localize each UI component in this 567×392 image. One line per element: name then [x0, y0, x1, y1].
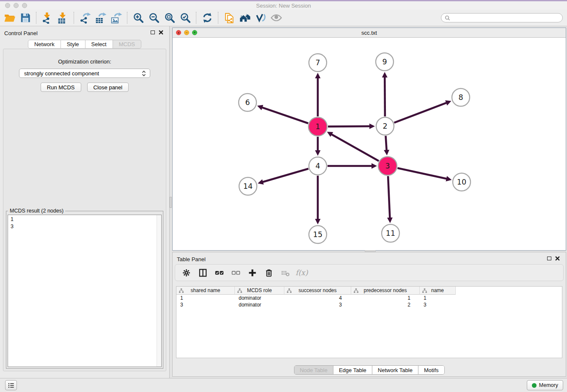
graph-edge-3-11[interactable]	[388, 176, 390, 218]
network-maximize-icon[interactable]: +	[192, 30, 197, 35]
select-all-checkboxes-icon[interactable]	[214, 268, 224, 278]
column-header-shared-name[interactable]: shared name	[176, 287, 235, 295]
graph-edge-2-3[interactable]	[385, 136, 386, 151]
tab-node-table[interactable]: Node Table	[294, 366, 333, 374]
cell-predecessor-nodes: 2	[351, 301, 420, 308]
deselect-checkboxes-icon[interactable]	[231, 268, 241, 278]
memory-button-label: Memory	[539, 382, 558, 388]
graph-edge-2-8[interactable]	[394, 102, 447, 122]
node-table-header: shared nameMCDS rolesuccessor nodesprede…	[176, 287, 562, 295]
tab-select[interactable]: Select	[85, 40, 113, 49]
split-columns-icon[interactable]	[198, 268, 208, 278]
export-table-icon[interactable]	[93, 11, 108, 25]
cell-successor-nodes: 4	[284, 295, 351, 301]
export-network-icon[interactable]	[77, 11, 93, 25]
network-graph[interactable]: 7968124314101511	[173, 38, 566, 250]
run-mcds-button[interactable]: Run MCDS	[41, 83, 81, 92]
column-header-name[interactable]: name	[420, 287, 456, 295]
memory-button[interactable]: Memory	[527, 380, 563, 390]
optimization-criterion-label: Optimization criterion:	[3, 58, 166, 65]
tab-network-table[interactable]: Network Table	[372, 366, 418, 374]
search-box[interactable]	[441, 13, 563, 22]
tab-mcds[interactable]: MCDS	[113, 40, 141, 49]
network-view-window: x – + scc.txt 7968124314101511	[172, 28, 566, 251]
status-bar: Memory	[0, 378, 567, 392]
zoom-fit-icon[interactable]	[162, 11, 177, 25]
close-table-panel-icon[interactable]	[555, 256, 560, 261]
float-table-panel-icon[interactable]	[547, 257, 551, 260]
export-image-icon[interactable]	[108, 11, 124, 25]
table-tabs: Node TableEdge TableNetwork TableMotifs	[294, 365, 444, 375]
graph-node-label-15: 15	[313, 230, 322, 239]
zoom-in-icon[interactable]	[130, 11, 146, 25]
home-icon[interactable]	[237, 11, 253, 25]
import-table-icon[interactable]	[55, 11, 71, 25]
node-table: shared nameMCDS rolesuccessor nodesprede…	[176, 286, 562, 358]
graph-edge-arrow-1-7	[315, 73, 321, 78]
table-row-1[interactable]: 1dominator411	[176, 295, 562, 301]
control-panel-tabs: NetworkStyleSelectMCDS	[0, 40, 169, 49]
column-header-predecessor-nodes[interactable]: predecessor nodes	[351, 287, 420, 295]
tab-style[interactable]: Style	[61, 40, 85, 49]
zoom-selected-icon[interactable]	[177, 11, 193, 25]
tab-network[interactable]: Network	[28, 40, 61, 49]
graph-edge-3-10[interactable]	[397, 168, 447, 179]
refresh-icon[interactable]	[199, 11, 215, 25]
criterion-dropdown[interactable]: strongly connected component	[19, 69, 150, 78]
graph-edge-arrow-2-9	[382, 72, 388, 77]
task-history-button[interactable]	[5, 380, 17, 390]
graph-node-label-8: 8	[458, 93, 463, 102]
cell-MCDS-role: dominator	[235, 295, 284, 301]
table-row-2[interactable]: 3dominator323	[176, 301, 562, 308]
graph-edge-arrow-4-3	[372, 163, 377, 169]
add-column-icon[interactable]	[247, 268, 257, 278]
column-header-MCDS-role[interactable]: MCDS role	[235, 287, 284, 295]
graph-edge-2-9[interactable]	[385, 77, 385, 116]
graph-node-label-2: 2	[383, 122, 387, 130]
tab-motifs[interactable]: Motifs	[418, 366, 444, 374]
delete-table-icon	[280, 268, 290, 278]
graph-edge-1-6[interactable]	[261, 107, 308, 123]
gear-icon[interactable]	[181, 268, 191, 278]
close-panel-icon[interactable]	[159, 30, 163, 35]
main-toolbar-icons	[2, 11, 284, 25]
toolbar-separator	[218, 12, 218, 24]
eye-icon	[268, 11, 284, 25]
zoom-out-icon[interactable]	[146, 11, 162, 25]
graph-edge-1-2[interactable]	[328, 126, 370, 127]
horizontal-splitter-grip[interactable]	[365, 250, 376, 252]
vizmapper-icon[interactable]	[253, 11, 268, 25]
toolbar-separator	[127, 12, 127, 24]
mcds-result-group: MCDS result (2 nodes) 1 3	[6, 211, 163, 369]
mcds-result-text[interactable]: 1 3	[8, 215, 162, 367]
network-window-titlebar: x – + scc.txt	[173, 28, 566, 38]
close-panel-button[interactable]: Close panel	[87, 83, 129, 92]
toolbar-separator	[36, 12, 36, 24]
network-document-icon[interactable]	[221, 11, 237, 25]
column-header-successor-nodes[interactable]: successor nodes	[284, 287, 351, 295]
mcds-panel: Optimization criterion: strongly connect…	[3, 49, 166, 371]
network-minimize-icon[interactable]: –	[184, 30, 189, 35]
table-panel-header: Table Panel	[173, 252, 566, 263]
graph-edge-arrow-2-3	[384, 150, 389, 155]
main-area: Control Panel NetworkStyleSelectMCDS Opt…	[0, 26, 567, 378]
network-close-icon[interactable]: x	[176, 30, 181, 35]
graph-edge-4-14[interactable]	[262, 168, 308, 182]
result-scrollbar[interactable]	[157, 215, 161, 367]
list-icon	[8, 382, 15, 389]
table-panel-title: Table Panel	[177, 256, 206, 262]
open-folder-icon[interactable]	[2, 11, 17, 25]
cell-shared-name: 3	[176, 301, 235, 308]
save-icon[interactable]	[17, 11, 33, 25]
network-window-title: scc.txt	[173, 30, 566, 36]
criterion-dropdown-value: strongly connected component	[24, 70, 99, 77]
float-panel-icon[interactable]	[151, 30, 155, 34]
import-network-icon[interactable]	[39, 11, 55, 25]
memory-status-icon	[532, 383, 537, 388]
application-window: Session: New Session Control Panel Netwo…	[0, 0, 567, 392]
graph-edge-3-1[interactable]	[331, 134, 379, 161]
network-canvas[interactable]: 7968124314101511	[173, 38, 566, 250]
trash-icon[interactable]	[264, 268, 274, 278]
tab-edge-table[interactable]: Edge Table	[333, 366, 372, 374]
search-input[interactable]	[452, 15, 559, 21]
